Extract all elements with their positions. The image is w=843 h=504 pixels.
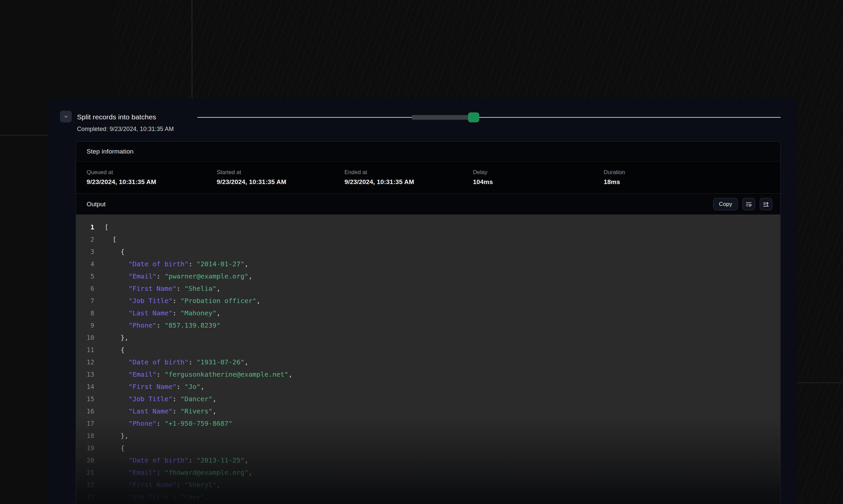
code-line: 23 "Job Title": "Copy", xyxy=(76,491,780,503)
copy-button[interactable]: Copy xyxy=(713,198,738,210)
info-label: Delay xyxy=(473,169,604,176)
screen: { "colors": { "accent-green": "#1a8d54",… xyxy=(0,0,843,504)
line-number: 15 xyxy=(76,393,94,405)
line-number: 17 xyxy=(76,417,94,430)
step-detail-card: Split records into batches Completed: 9/… xyxy=(48,98,797,504)
step-information-panel: Step information Queued at 9/23/2024, 10… xyxy=(76,141,780,504)
line-number: 11 xyxy=(76,344,94,356)
code-line: 17 "Phone": "+1-950-759-8687" xyxy=(76,417,780,430)
background-grid-hline-left xyxy=(0,135,48,135)
code-line: 3 { xyxy=(76,246,780,258)
step-title: Split records into batches xyxy=(77,113,156,121)
line-number: 12 xyxy=(76,356,94,368)
line-number: 10 xyxy=(76,331,94,344)
output-header: Output Copy xyxy=(76,194,780,215)
code-line: 20 "Date of birth": "2013-11-25", xyxy=(76,454,780,467)
code-line: 4 "Date of birth": "2014-01-27", xyxy=(76,258,780,270)
output-title: Output xyxy=(87,201,105,208)
code-line: 10 }, xyxy=(76,331,780,344)
code-line: 14 "First Name": "Jo", xyxy=(76,381,780,393)
timeline-active-segment xyxy=(412,115,469,120)
step-information-title: Step information xyxy=(87,148,134,155)
info-value: 9/23/2024, 10:31:35 AM xyxy=(87,178,217,186)
step-completed-time: Completed: 9/23/2024, 10:31:35 AM xyxy=(77,125,174,133)
line-number: 14 xyxy=(76,381,94,393)
code-line: 12 "Date of birth": "1931-07-26", xyxy=(76,356,780,368)
info-field-ended-at: Ended at 9/23/2024, 10:31:35 AM xyxy=(344,169,473,186)
info-label: Ended at xyxy=(344,169,473,176)
code-line: 13 "Email": "fergusonkatherine@example.n… xyxy=(76,368,780,381)
wrap-text-button[interactable] xyxy=(742,198,755,210)
timeline-knob[interactable] xyxy=(468,112,479,122)
line-number: 9 xyxy=(76,319,94,331)
line-number: 20 xyxy=(76,454,94,467)
info-value: 104ms xyxy=(473,178,604,186)
line-number: 2 xyxy=(76,233,94,246)
output-actions: Copy xyxy=(713,198,772,210)
background-grid-vline xyxy=(192,0,192,98)
code-line: 15 "Job Title": "Dancer", xyxy=(76,393,780,405)
chevron-down-icon xyxy=(63,114,69,119)
line-number: 1 xyxy=(76,221,94,233)
line-number: 22 xyxy=(76,479,94,491)
code-line: 11 { xyxy=(76,344,780,356)
code-line: 8 "Last Name": "Mahoney", xyxy=(76,307,780,319)
code-lines: 1[2 [3 {4 "Date of birth": "2014-01-27",… xyxy=(76,221,780,503)
line-number: 21 xyxy=(76,467,94,479)
code-line: 9 "Phone": "857.139.8239" xyxy=(76,319,780,331)
line-number: 7 xyxy=(76,295,94,307)
line-number: 18 xyxy=(76,430,94,442)
code-line: 7 "Job Title": "Probation officer", xyxy=(76,295,780,307)
info-label: Duration xyxy=(604,169,780,176)
line-number: 13 xyxy=(76,368,94,381)
code-line: 21 "Email": "fhoward@example.org", xyxy=(76,467,780,479)
line-number: 16 xyxy=(76,405,94,417)
code-line: 16 "Last Name": "Rivers", xyxy=(76,405,780,417)
info-field-delay: Delay 104ms xyxy=(473,169,604,186)
code-line: 1[ xyxy=(76,221,780,233)
line-number: 5 xyxy=(76,270,94,283)
line-number: 8 xyxy=(76,307,94,319)
info-value: 9/23/2024, 10:31:35 AM xyxy=(217,178,344,186)
code-line: 19 { xyxy=(76,442,780,454)
code-line: 22 "First Name": "Sheryl", xyxy=(76,479,780,491)
code-viewer[interactable]: 1[2 [3 {4 "Date of birth": "2014-01-27",… xyxy=(76,215,780,504)
line-number: 4 xyxy=(76,258,94,270)
background-grid-hline-right xyxy=(797,383,843,383)
timeline-track xyxy=(197,117,780,118)
code-line: 6 "First Name": "Shelia", xyxy=(76,283,780,295)
info-value: 18ms xyxy=(604,178,780,186)
info-value: 9/23/2024, 10:31:35 AM xyxy=(344,178,473,186)
info-label: Queued at xyxy=(87,169,217,176)
line-number: 3 xyxy=(76,246,94,258)
info-field-started-at: Started at 9/23/2024, 10:31:35 AM xyxy=(217,169,344,186)
info-field-queued-at: Queued at 9/23/2024, 10:31:35 AM xyxy=(87,169,217,186)
line-number: 23 xyxy=(76,491,94,503)
line-number: 19 xyxy=(76,442,94,454)
info-label: Started at xyxy=(217,169,344,176)
scroll-top-button[interactable] xyxy=(760,198,772,210)
wrap-text-icon xyxy=(745,201,752,208)
code-line: 18 }, xyxy=(76,430,780,442)
step-info-row: Queued at 9/23/2024, 10:31:35 AM Started… xyxy=(76,161,780,194)
code-line: 5 "Email": "pwarner@example.org", xyxy=(76,270,780,283)
code-line: 2 [ xyxy=(76,233,780,246)
step-collapse-button[interactable] xyxy=(60,111,72,122)
line-number: 6 xyxy=(76,283,94,295)
step-information-header: Step information xyxy=(76,142,780,161)
info-field-duration: Duration 18ms xyxy=(604,169,780,186)
scroll-top-icon xyxy=(763,201,769,208)
